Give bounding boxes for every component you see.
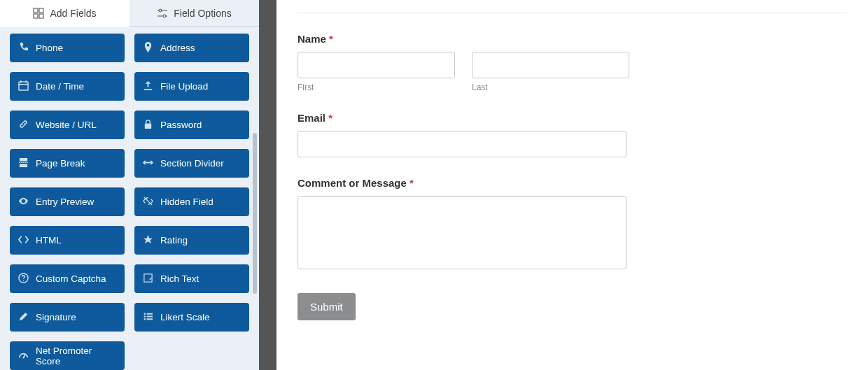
svg-point-24 bbox=[144, 318, 146, 320]
field-type-label: Password bbox=[160, 120, 202, 130]
code-icon bbox=[18, 234, 29, 247]
name-label-text: Name bbox=[298, 33, 326, 45]
lock-icon bbox=[143, 119, 153, 131]
required-mark: * bbox=[410, 177, 414, 189]
field-type-label: Section Divider bbox=[160, 158, 224, 169]
svg-rect-0 bbox=[34, 8, 38, 13]
svg-rect-1 bbox=[39, 8, 43, 13]
field-list: PhoneAddressDate / TimeFile UploadWebsit… bbox=[0, 27, 259, 370]
svg-rect-13 bbox=[20, 157, 27, 161]
phone-icon bbox=[18, 42, 29, 55]
upload-icon bbox=[143, 80, 153, 93]
divider-top bbox=[298, 13, 847, 13]
submit-button[interactable]: Submit bbox=[298, 293, 356, 320]
likert-icon bbox=[143, 311, 153, 324]
field-type-label: File Upload bbox=[160, 81, 208, 92]
field-type-phone[interactable]: Phone bbox=[10, 34, 125, 62]
hidden-icon bbox=[143, 196, 153, 208]
field-type-label: Website / URL bbox=[36, 120, 97, 130]
field-type-address[interactable]: Address bbox=[134, 34, 249, 62]
field-type-label: Rich Text bbox=[160, 273, 199, 284]
email-input[interactable] bbox=[298, 131, 626, 157]
field-type-label: Hidden Field bbox=[160, 197, 214, 207]
tab-field-options[interactable]: Field Options bbox=[130, 0, 259, 27]
field-type-website-url[interactable]: Website / URL bbox=[10, 111, 125, 139]
field-type-page-break[interactable]: Page Break bbox=[10, 149, 125, 178]
tab-add-fields-label: Add Fields bbox=[50, 8, 96, 19]
field-type-label: Likert Scale bbox=[160, 312, 210, 322]
email-label: Email * bbox=[298, 112, 847, 124]
first-name-sublabel: First bbox=[298, 83, 455, 92]
field-type-label: Phone bbox=[36, 43, 63, 53]
comment-label-text: Comment or Message bbox=[298, 177, 407, 189]
field-type-rating[interactable]: Rating bbox=[134, 226, 249, 255]
field-type-rich-text[interactable]: Rich Text bbox=[134, 264, 249, 293]
svg-rect-8 bbox=[19, 81, 28, 90]
field-type-entry-preview[interactable]: Entry Preview bbox=[10, 187, 125, 216]
field-type-section-divider[interactable]: Section Divider bbox=[134, 149, 249, 178]
svg-point-18 bbox=[23, 280, 24, 281]
tab-add-fields[interactable]: Add Fields bbox=[0, 0, 130, 27]
field-type-label: Page Break bbox=[36, 158, 85, 169]
field-type-label: Net Promoter Score bbox=[36, 346, 116, 367]
svg-rect-3 bbox=[39, 14, 43, 18]
field-name: Name * First Last bbox=[298, 33, 847, 92]
sidebar: Add Fields Field Options PhoneAddressDat… bbox=[0, 0, 259, 370]
sidebar-scroll-thumb[interactable] bbox=[253, 133, 257, 294]
svg-point-5 bbox=[159, 9, 162, 12]
field-type-label: Custom Captcha bbox=[36, 273, 106, 284]
first-name-input[interactable] bbox=[298, 52, 455, 78]
svg-point-22 bbox=[144, 315, 146, 317]
grid-icon bbox=[33, 8, 44, 19]
gauge-icon bbox=[18, 350, 29, 362]
field-type-label: HTML bbox=[36, 235, 62, 246]
field-type-signature[interactable]: Signature bbox=[10, 303, 125, 332]
tab-field-options-label: Field Options bbox=[174, 8, 231, 19]
field-type-label: Rating bbox=[160, 235, 188, 246]
question-icon bbox=[18, 273, 29, 285]
pin-icon bbox=[143, 42, 153, 55]
comment-textarea[interactable] bbox=[298, 196, 626, 269]
field-type-label: Signature bbox=[36, 312, 76, 322]
svg-rect-25 bbox=[147, 318, 153, 320]
field-type-custom-captcha[interactable]: Custom Captcha bbox=[10, 264, 125, 293]
svg-rect-23 bbox=[147, 315, 153, 317]
eye-icon bbox=[18, 196, 29, 208]
required-mark: * bbox=[329, 33, 333, 45]
svg-rect-14 bbox=[20, 164, 27, 167]
link-icon bbox=[18, 119, 29, 131]
comment-label: Comment or Message * bbox=[298, 177, 847, 189]
star-icon bbox=[143, 234, 153, 247]
field-type-file-upload[interactable]: File Upload bbox=[134, 72, 249, 101]
required-mark: * bbox=[328, 112, 332, 124]
form-preview: Name * First Last Email * Comment or Mes… bbox=[276, 0, 868, 370]
field-type-html[interactable]: HTML bbox=[10, 226, 125, 255]
divider-icon bbox=[143, 157, 153, 170]
svg-point-7 bbox=[163, 15, 166, 17]
richtext-icon bbox=[143, 273, 153, 285]
field-type-label: Entry Preview bbox=[36, 197, 94, 207]
field-type-label: Date / Time bbox=[36, 81, 84, 92]
field-type-hidden-field[interactable]: Hidden Field bbox=[134, 187, 249, 216]
field-email: Email * bbox=[298, 112, 847, 157]
svg-point-27 bbox=[22, 357, 24, 358]
field-comment: Comment or Message * bbox=[298, 177, 847, 272]
email-label-text: Email bbox=[298, 112, 326, 124]
name-label: Name * bbox=[298, 33, 847, 45]
field-type-label: Address bbox=[160, 43, 195, 53]
field-type-likert-scale[interactable]: Likert Scale bbox=[134, 303, 249, 332]
sliders-icon bbox=[157, 8, 168, 19]
sidebar-tabs: Add Fields Field Options bbox=[0, 0, 259, 27]
last-name-input[interactable] bbox=[472, 52, 629, 78]
calendar-icon bbox=[18, 80, 29, 93]
pagebreak-icon bbox=[18, 157, 29, 170]
last-name-sublabel: Last bbox=[472, 83, 629, 92]
svg-point-20 bbox=[144, 313, 146, 314]
pen-icon bbox=[18, 311, 29, 324]
svg-rect-12 bbox=[145, 123, 151, 129]
svg-rect-21 bbox=[147, 313, 153, 314]
field-type-password[interactable]: Password bbox=[134, 111, 249, 139]
svg-rect-2 bbox=[34, 14, 38, 18]
field-type-net-promoter-score[interactable]: Net Promoter Score bbox=[10, 341, 125, 370]
field-type-date-time[interactable]: Date / Time bbox=[10, 72, 125, 101]
